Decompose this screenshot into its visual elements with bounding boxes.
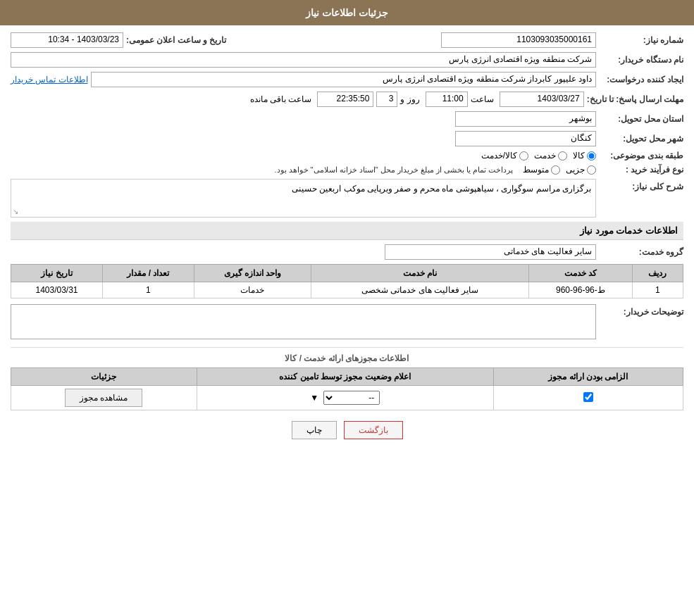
general-desc-text: برگزاری مراسم سوگواری ، سیاهپوشی ماه محر… <box>292 184 591 194</box>
row-requester: ایجاد کننده درخواست: داود علیپور کابرداز… <box>11 72 683 87</box>
radio-khedmat-label: خدمت <box>534 151 556 161</box>
row-delivery-province: استان محل تحویل: بوشهر <box>11 111 683 127</box>
row-general-desc: شرح کلی نیاز: برگزاری مراسم سوگواری ، سی… <box>11 179 683 218</box>
need-number-value: 1103093035000161 <box>441 32 596 48</box>
permit-status-select[interactable]: -- <box>323 391 380 405</box>
permit-status-cell: -- ▼ <box>197 386 493 410</box>
permit-row: -- ▼ مشاهده مجوز <box>11 386 683 410</box>
page-title: جزئیات اطلاعات نیاز <box>306 7 388 18</box>
reply-remaining-value: 22:35:50 <box>317 92 373 107</box>
radio-kala[interactable]: کالا <box>573 151 596 161</box>
radio-kala-khedmat[interactable]: کالا/خدمت <box>481 151 528 161</box>
label-reply-deadline: مهلت ارسال پاسخ: تا تاریخ: <box>587 94 683 104</box>
th-unit: واحد اندازه گیری <box>194 265 311 282</box>
buyer-org-value: شرکت منطقه ویژه اقتصادی انرژی پارس <box>11 52 596 68</box>
label-need-number: شماره نیاز: <box>599 35 683 45</box>
reply-remaining-label: ساعت باقی مانده <box>250 94 312 104</box>
reply-time-value: 11:00 <box>426 92 468 107</box>
table-header-row: ردیف کد خدمت نام خدمت واحد اندازه گیری ت… <box>11 265 683 282</box>
services-table: ردیف کد خدمت نام خدمت واحد اندازه گیری ت… <box>11 264 683 298</box>
requester-value: داود علیپور کابرداز شرکت منطقه ویژه اقتص… <box>91 72 596 87</box>
permit-details-cell: مشاهده مجوز <box>11 386 197 410</box>
radio-mottavaset-label: متوسط <box>523 165 549 175</box>
th-quantity: تعداد / مقدار <box>102 265 194 282</box>
separator-line <box>11 347 683 348</box>
reply-days-label: روز و <box>400 94 419 104</box>
print-button[interactable]: چاپ <box>292 421 337 439</box>
purchase-type-radio-group: جزیی متوسط <box>523 165 596 175</box>
general-desc-box: برگزاری مراسم سوگواری ، سیاهپوشی ماه محر… <box>11 179 596 218</box>
label-category: طبقه بندی موضوعی: <box>599 151 683 161</box>
table-row: 1ط-96-96-960سایر فعالیت های خدماتی شخصیخ… <box>11 282 683 298</box>
permit-required-cell <box>493 386 683 410</box>
table-cell-2: سایر فعالیت های خدماتی شخصی <box>311 282 529 298</box>
label-service-group: گروه خدمت: <box>599 247 683 257</box>
row-delivery-city: شهر محل تحویل: کنگان <box>11 131 683 146</box>
table-cell-0: 1 <box>632 282 683 298</box>
row-need-number: شماره نیاز: 1103093035000161 تاریخ و ساع… <box>11 32 683 48</box>
radio-mottavaset-input[interactable] <box>551 165 560 175</box>
radio-khedmat-input[interactable] <box>558 151 567 161</box>
th-date: تاریخ نیاز <box>11 265 103 282</box>
footer-buttons: بازگشت چاپ <box>11 421 683 450</box>
radio-jozi-label: جزیی <box>566 165 585 175</box>
th-permit-status: اعلام وضعیت مجوز توسط تامین کننده <box>197 368 493 386</box>
table-cell-5: 1403/03/31 <box>11 282 103 298</box>
reply-time-label: ساعت <box>471 94 494 104</box>
radio-kala-label: کالا <box>573 151 585 161</box>
label-announcement-date: تاریخ و ساعت اعلان عمومی: <box>126 35 226 45</box>
row-purchase-type: نوع فرآیند خرید : جزیی متوسط پرداخت تمام… <box>11 165 683 175</box>
delivery-province-value: بوشهر <box>455 111 596 127</box>
page-wrapper: جزئیات اطلاعات نیاز شماره نیاز: 11030930… <box>0 0 694 616</box>
label-buyer-org: نام دستگاه خریدار: <box>599 55 683 65</box>
table-cell-1: ط-96-96-960 <box>529 282 632 298</box>
requester-contact-link[interactable]: اطلاعات تماس خریدار <box>11 75 88 84</box>
table-cell-3: خدمات <box>194 282 311 298</box>
label-delivery-city: شهر محل تحویل: <box>599 134 683 144</box>
buyer-notes-input[interactable] <box>11 304 596 339</box>
reply-days-value: 3 <box>376 92 397 107</box>
th-name: نام خدمت <box>311 265 529 282</box>
services-section-title: اطلاعات خدمات مورد نیاز <box>11 222 683 240</box>
delivery-city-value: کنگان <box>455 131 596 146</box>
resize-handle-icon[interactable]: ↘ <box>13 208 18 215</box>
permissions-table: الزامی بودن ارائه مجوز اعلام وضعیت مجوز … <box>11 367 683 410</box>
announcement-date-value: 1403/03/23 - 10:34 <box>11 32 123 48</box>
back-button[interactable]: بازگشت <box>344 421 403 439</box>
radio-jozi[interactable]: جزیی <box>566 165 596 175</box>
permit-required-checkbox[interactable] <box>583 392 593 402</box>
th-row: ردیف <box>632 265 683 282</box>
buyer-notes-container <box>11 304 596 341</box>
radio-khedmat[interactable]: خدمت <box>534 151 567 161</box>
row-service-group: گروه خدمت: سایر فعالیت های خدماتی <box>11 244 683 260</box>
page-header: جزئیات اطلاعات نیاز <box>0 0 694 25</box>
th-permit-details: جزئیات <box>11 368 197 386</box>
label-requester: ایجاد کننده درخواست: <box>599 75 683 84</box>
radio-kala-khedmat-label: کالا/خدمت <box>481 151 517 161</box>
table-cell-4: 1 <box>102 282 194 298</box>
label-buyer-notes: توضیحات خریدار: <box>599 307 683 317</box>
label-general-desc: شرح کلی نیاز: <box>599 182 683 191</box>
row-reply-deadline: مهلت ارسال پاسخ: تا تاریخ: 1403/03/27 سا… <box>11 92 683 107</box>
chevron-down-icon: ▼ <box>310 393 318 403</box>
radio-kala-input[interactable] <box>587 151 596 161</box>
service-group-value: سایر فعالیت های خدماتی <box>385 244 596 260</box>
reply-date-value: 1403/03/27 <box>500 92 584 107</box>
category-radio-group: کالا خدمت کالا/خدمت <box>481 151 596 161</box>
purchase-note: پرداخت تمام یا بخشی از مبلغ خریدار محل "… <box>274 165 513 175</box>
row-buyer-notes: توضیحات خریدار: <box>11 304 683 341</box>
radio-mottavaset[interactable]: متوسط <box>523 165 560 175</box>
permit-header-row: الزامی بودن ارائه مجوز اعلام وضعیت مجوز … <box>11 368 683 386</box>
radio-kala-khedmat-input[interactable] <box>519 151 528 161</box>
th-permit-required: الزامی بودن ارائه مجوز <box>493 368 683 386</box>
view-permit-button[interactable]: مشاهده مجوز <box>65 389 142 407</box>
content-area: شماره نیاز: 1103093035000161 تاریخ و ساع… <box>0 25 694 457</box>
label-purchase-type: نوع فرآیند خرید : <box>599 165 683 175</box>
permissions-section-label: اطلاعات مجوزهای ارائه خدمت / کالا <box>11 353 683 363</box>
radio-jozi-input[interactable] <box>587 165 596 175</box>
th-code: کد خدمت <box>529 265 632 282</box>
label-delivery-province: استان محل تحویل: <box>599 114 683 124</box>
row-buyer-org: نام دستگاه خریدار: شرکت منطقه ویژه اقتصا… <box>11 52 683 68</box>
row-category: طبقه بندی موضوعی: کالا خدمت کالا/خدمت <box>11 151 683 161</box>
